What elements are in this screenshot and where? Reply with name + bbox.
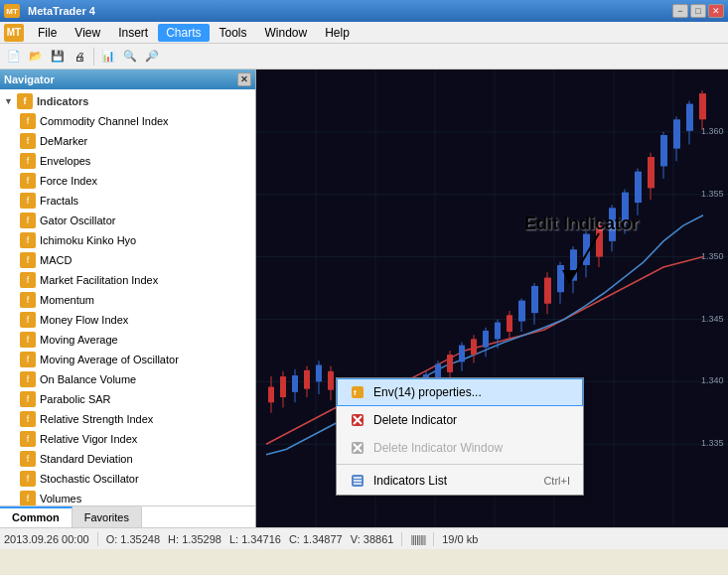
nav-item-icon: f [20,431,36,447]
svg-rect-77 [609,208,616,241]
indicators-list-label: Indicators List [373,474,447,488]
status-volume: V: 38861 [351,533,394,545]
svg-rect-87 [673,119,680,148]
menu-file[interactable]: File [30,24,65,42]
toolbar-chart[interactable]: 📊 [98,47,118,67]
menu-insert[interactable]: Insert [110,24,156,42]
svg-rect-63 [518,301,525,322]
nav-item[interactable]: f Relative Vigor Index [0,429,255,449]
nav-item-label: Stochastic Oscillator [40,473,139,485]
svg-rect-91 [699,93,706,119]
svg-rect-21 [268,387,274,403]
toolbar-new[interactable]: 📄 [4,47,24,67]
nav-section-indicators-header[interactable]: ▼ f Indicators [0,91,255,111]
svg-rect-71 [570,249,577,280]
svg-text:1.335: 1.335 [701,438,723,448]
nav-item-icon: f [20,391,36,407]
nav-item[interactable]: f Commodity Channel Index [0,111,255,131]
nav-item-icon: f [20,272,36,288]
menu-window[interactable]: Window [257,24,316,42]
toolbar-separator [93,48,94,66]
nav-item[interactable]: f Momentum [0,290,255,310]
title-bar: MT MetaTrader 4 − □ ✕ [0,0,728,22]
env-properties-icon: f [350,384,365,400]
delete-indicator-window-label: Delete Indicator Window [373,441,503,455]
nav-item[interactable]: f DeMarker [0,131,255,151]
toolbar-print[interactable]: 🖨 [70,47,89,67]
nav-item[interactable]: f Money Flow Index [0,310,255,330]
navigator-close-button[interactable]: ✕ [237,72,251,86]
menu-tools[interactable]: Tools [212,24,255,42]
svg-rect-73 [583,234,590,265]
svg-rect-29 [316,365,322,382]
context-menu-env-properties[interactable]: f Env(14) properties... [337,378,583,406]
nav-item[interactable]: f Stochastic Oscillator [0,469,255,489]
nav-item-label: Market Facilitation Index [40,274,158,286]
minimize-button[interactable]: − [672,4,688,18]
svg-text:1.350: 1.350 [701,251,723,261]
context-menu-delete-indicator[interactable]: Delete Indicator [337,406,583,434]
nav-item[interactable]: f Market Facilitation Index [0,270,255,290]
nav-item[interactable]: f Volumes [0,489,255,505]
app-menu-logo: MT [4,24,24,42]
svg-rect-89 [686,104,693,131]
nav-item-icon: f [20,213,36,228]
nav-item[interactable]: f Moving Average of Oscillator [0,350,255,369]
indicators-section-icon: f [17,93,33,109]
title-bar-controls: − □ ✕ [672,4,724,18]
close-button[interactable]: ✕ [708,4,724,18]
svg-rect-69 [557,265,564,292]
nav-item-label: Volumes [40,493,81,504]
svg-rect-53 [459,346,465,362]
tab-common[interactable]: Common [0,506,73,527]
toolbar-save[interactable]: 💾 [48,47,68,67]
context-menu-indicators-list[interactable]: Indicators List Ctrl+I [337,467,583,495]
toolbar-zoom-out[interactable]: 🔎 [142,47,162,67]
toolbar-zoom-in[interactable]: 🔍 [120,47,140,67]
svg-rect-25 [292,375,298,392]
indicators-list-shortcut: Ctrl+I [543,475,570,487]
nav-item[interactable]: f Relative Strength Index [0,409,255,429]
svg-text:1.345: 1.345 [701,313,723,323]
nav-item-icon: f [20,312,36,328]
navigator-content: ▼ f Indicators f Commodity Channel Index… [0,89,255,505]
nav-item[interactable]: f Envelopes [0,151,255,171]
nav-item[interactable]: f Gator Oscillator [0,211,255,230]
toolbar-open[interactable]: 📂 [26,47,46,67]
nav-item-icon: f [20,232,36,248]
nav-item[interactable]: f MACD [0,250,255,270]
chart-area[interactable]: 1.360 1.355 1.350 1.345 1.340 1.335 [256,70,728,527]
tab-favorites[interactable]: Favorites [73,506,142,527]
status-high: H: 1.35298 [168,533,221,545]
svg-rect-67 [544,278,551,304]
nav-item-label: Momentum [40,294,94,306]
nav-item[interactable]: f Standard Deviation [0,449,255,469]
nav-item[interactable]: f Fractals [0,191,255,211]
title-bar-left: MT MetaTrader 4 [4,4,95,18]
menu-help[interactable]: Help [317,24,358,42]
maximize-button[interactable]: □ [690,4,706,18]
status-close: C: 1.34877 [289,533,343,545]
nav-item[interactable]: f Moving Average [0,330,255,350]
nav-item[interactable]: f Force Index [0,171,255,191]
nav-item-icon: f [20,411,36,427]
delete-indicator-icon [350,412,365,428]
navigator-title: Navigator [4,73,55,85]
app-logo: MT [4,4,20,18]
nav-item[interactable]: f Ichimoku Kinko Hyo [0,230,255,250]
nav-item-label: Force Index [40,175,97,187]
nav-item-label: Relative Vigor Index [40,433,137,445]
indicators-list-icon [350,473,365,489]
svg-text:f: f [354,388,357,397]
svg-rect-61 [507,315,512,332]
nav-item[interactable]: f On Balance Volume [0,369,255,389]
nav-item-icon: f [20,173,36,189]
status-datetime: 2013.09.26 00:00 [4,533,89,545]
nav-item[interactable]: f Parabolic SAR [0,389,255,409]
menu-view[interactable]: View [67,24,108,42]
svg-rect-27 [304,370,310,389]
nav-item-icon: f [20,352,36,367]
main-area: Navigator ✕ ▼ f Indicators f Commodity C… [0,70,728,527]
navigator-tabs: Common Favorites [0,505,255,527]
menu-charts[interactable]: Charts [158,24,209,42]
